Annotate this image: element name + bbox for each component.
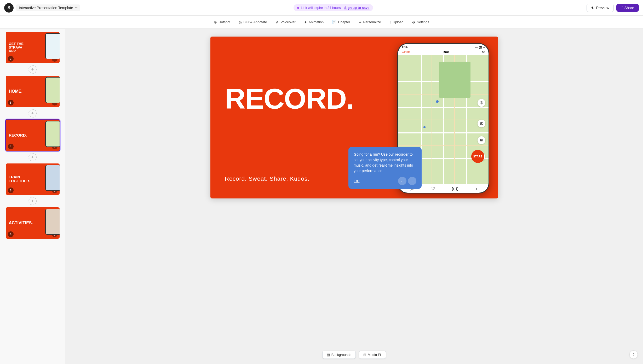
animation-icon: ✦ bbox=[304, 20, 307, 24]
toolbar-voiceover[interactable]: 🎙 Voiceover bbox=[272, 19, 299, 26]
slide-thumb-2[interactable]: GET THESTRAVAAPP 2 ⋮ bbox=[5, 31, 60, 64]
help-icon: ? bbox=[633, 353, 635, 357]
phone-run-title: Run bbox=[443, 50, 449, 54]
upload-icon: ↑ bbox=[389, 20, 391, 24]
topbar-left: S Interactive Presentation Template ✏ bbox=[4, 3, 80, 13]
slide-6-text: ACTIVITIES. bbox=[9, 221, 33, 225]
backgrounds-icon: ▦ bbox=[327, 353, 330, 357]
map-layers-btn[interactable]: ⊞ bbox=[478, 136, 485, 144]
slide-6-num: 6 bbox=[8, 231, 14, 237]
slide-item-wrap-6: ACTIVITIES. 6 ⋮ bbox=[0, 207, 65, 239]
hotspot-footer: Edit ← → bbox=[354, 177, 416, 185]
slide-5-num: 5 bbox=[8, 187, 14, 193]
slide-item-wrap-3: HOME. 3 ⋮ + bbox=[0, 75, 65, 119]
app-logo: S bbox=[4, 3, 14, 13]
expiry-badge: Link will expire in 24 hours - Sign up t… bbox=[294, 4, 373, 11]
hotspot-next-button[interactable]: → bbox=[408, 177, 416, 185]
upload-label: Upload bbox=[393, 20, 404, 24]
toolbar-hotspot[interactable]: ⊕ Hotspot bbox=[210, 19, 234, 26]
personalize-label: Personalize bbox=[363, 20, 381, 24]
slide-thumb-4[interactable]: RECORD. 4 ⋮ bbox=[5, 119, 60, 151]
toolbar: ⊕ Hotspot ◎ Blur & Annotate 🎙 Voiceover … bbox=[0, 16, 643, 29]
toolbar-upload[interactable]: ↑ Upload bbox=[386, 19, 407, 26]
slide-5-text: TRAINTOGETHER. bbox=[9, 175, 30, 183]
backgrounds-label: Backgrounds bbox=[331, 353, 351, 357]
slide-subtitle: Record. Sweat. Share. Kudos. bbox=[225, 175, 309, 182]
bottom-bar: ▦ Backgrounds ⊞ Media Fit bbox=[322, 349, 386, 360]
slide-4-text: RECORD. bbox=[9, 133, 27, 138]
slide-6-phone bbox=[40, 209, 60, 239]
help-button[interactable]: ? bbox=[629, 350, 638, 359]
slide-5-phone bbox=[40, 165, 60, 195]
phone-time: 4:14 bbox=[402, 45, 407, 49]
slide-item-wrap-5: TRAINTOGETHER. 5 ⋮ + bbox=[0, 163, 65, 207]
toolbar-chapter[interactable]: 📄 Chapter bbox=[328, 19, 354, 26]
slide-thumb-5[interactable]: TRAINTOGETHER. 5 ⋮ bbox=[5, 163, 60, 195]
slide-2-phone bbox=[40, 33, 60, 63]
toolbar-personalize[interactable]: ✒ Personalize bbox=[355, 19, 385, 26]
expiry-text: Link will expire in 24 hours - bbox=[301, 6, 343, 10]
add-slide-after-5[interactable]: + bbox=[28, 197, 37, 205]
phone-signals: ▪▪▪ ))) ▪▪ bbox=[475, 45, 485, 49]
phone-status-bar: 4:14 ▪▪▪ ))) ▪▪ bbox=[398, 44, 489, 49]
phone-start-button[interactable]: START bbox=[471, 150, 484, 163]
add-slide-after-2[interactable]: + bbox=[28, 65, 37, 74]
toolbar-blur[interactable]: ◎ Blur & Annotate bbox=[235, 19, 271, 26]
hotspot-edit-link[interactable]: Edit bbox=[354, 179, 359, 183]
slide-thumb-3[interactable]: HOME. 3 ⋮ bbox=[5, 75, 60, 108]
project-title-text: Interactive Presentation Template bbox=[19, 6, 73, 10]
slide-item-wrap-2: GET THESTRAVAAPP 2 ⋮ + bbox=[0, 31, 65, 75]
hotspot-tooltip: Going for a run? Use our recorder to set… bbox=[348, 147, 422, 189]
phone-settings-icon: ⚙ bbox=[482, 50, 485, 54]
canvas-frame: RECORD. Record. Sweat. Share. Kudos. Goi… bbox=[210, 37, 498, 198]
slide-2-text: GET THESTRAVAAPP bbox=[9, 42, 24, 53]
phone-music-icon: ♪ bbox=[475, 186, 478, 191]
phone-signal-icon: ((·)) bbox=[452, 186, 458, 191]
hotspot-prev-button[interactable]: ← bbox=[398, 177, 406, 185]
hotspot-text: Going for a run? Use our recorder to set… bbox=[354, 152, 416, 174]
media-fit-icon: ⊞ bbox=[363, 353, 366, 357]
preview-icon: 👁 bbox=[591, 6, 595, 10]
slide-thumb-6[interactable]: ACTIVITIES. 6 ⋮ bbox=[5, 207, 60, 239]
hotspot-icon: ⊕ bbox=[214, 20, 217, 24]
hotspot-label: Hotspot bbox=[219, 20, 230, 24]
slide-item-wrap-4: RECORD. 4 ⋮ + bbox=[0, 119, 65, 163]
voiceover-icon: 🎙 bbox=[275, 20, 279, 24]
main-area: GET THESTRAVAAPP 2 ⋮ + HOME. 3 bbox=[0, 29, 643, 364]
slide-3-phone bbox=[40, 77, 60, 107]
slide-2-num: 2 bbox=[8, 56, 14, 62]
topbar-right: 👁 Preview ⤴ Share bbox=[587, 4, 639, 12]
settings-label: Settings bbox=[417, 20, 429, 24]
project-title-button[interactable]: Interactive Presentation Template ✏ bbox=[16, 4, 80, 11]
slide-4-phone bbox=[40, 121, 60, 151]
phone-nav-bar: Close Run ⚙ bbox=[398, 49, 489, 55]
share-label: Share bbox=[624, 6, 634, 10]
map-3d-btn[interactable]: 3D bbox=[478, 120, 485, 127]
share-icon: ⤴ bbox=[621, 6, 623, 10]
slide-panel: GET THESTRAVAAPP 2 ⋮ + HOME. 3 bbox=[0, 29, 65, 364]
slide-4-num: 4 bbox=[8, 144, 14, 149]
backgrounds-button[interactable]: ▦ Backgrounds bbox=[322, 351, 356, 359]
toolbar-animation[interactable]: ✦ Animation bbox=[300, 19, 328, 26]
toolbar-settings[interactable]: ⚙ Settings bbox=[408, 19, 433, 26]
animation-label: Animation bbox=[309, 20, 324, 24]
map-info-btn[interactable]: ⓘ bbox=[478, 99, 485, 107]
slide-3-text: HOME. bbox=[9, 89, 22, 94]
signup-link[interactable]: Sign up to save bbox=[344, 6, 369, 10]
add-slide-after-4[interactable]: + bbox=[28, 153, 37, 161]
preview-label: Preview bbox=[596, 6, 609, 10]
settings-icon: ⚙ bbox=[412, 20, 415, 24]
personalize-icon: ✒ bbox=[359, 20, 362, 24]
slide-heading: RECORD. bbox=[225, 85, 354, 113]
canvas-area: RECORD. Record. Sweat. Share. Kudos. Goi… bbox=[65, 29, 643, 364]
topbar: S Interactive Presentation Template ✏ Li… bbox=[0, 0, 643, 16]
slide-3-num: 3 bbox=[8, 100, 14, 105]
hotspot-nav: ← → bbox=[398, 177, 416, 185]
share-button[interactable]: ⤴ Share bbox=[616, 4, 639, 12]
preview-button[interactable]: 👁 Preview bbox=[587, 4, 614, 12]
chapter-label: Chapter bbox=[338, 20, 350, 24]
phone-heart-icon: ♡ bbox=[431, 186, 435, 191]
phone-close-label[interactable]: Close bbox=[402, 50, 410, 54]
media-fit-button[interactable]: ⊞ Media Fit bbox=[359, 351, 386, 359]
add-slide-after-3[interactable]: + bbox=[28, 109, 37, 118]
